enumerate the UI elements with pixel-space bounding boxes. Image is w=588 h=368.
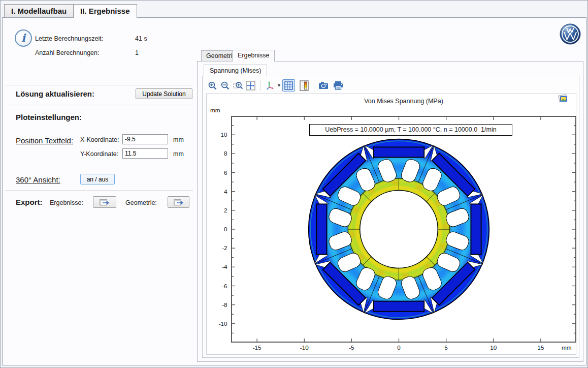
export-results-button[interactable] [93, 196, 116, 208]
x-tick-label: 15 [537, 344, 544, 351]
toolbar-separator [260, 80, 260, 90]
divider [5, 190, 193, 191]
grid-icon[interactable] [282, 79, 295, 91]
y-tick-label: 8 [224, 150, 227, 157]
x-tick-label: 10 [490, 344, 497, 351]
zoom-out-icon[interactable] [219, 79, 232, 91]
toolbar-separator [314, 80, 314, 90]
update-section-label: Lösung aktualisieren: [16, 89, 94, 98]
printer-icon[interactable] [332, 79, 345, 91]
x-coordinate-input[interactable] [122, 134, 168, 144]
last-computation-label: Letzte Berechnungszeit: [35, 35, 103, 42]
y-tick-label: -8 [222, 301, 227, 308]
magnet-group [469, 195, 483, 264]
color-legend-icon[interactable] [298, 79, 311, 91]
snapshot-icon[interactable] [558, 94, 569, 104]
info-icon: i [15, 29, 32, 47]
plot-title: Von Mises Spannung (MPa) [232, 98, 576, 105]
plot-axes: -15-10-5051015-10-8-6-4-20246810mmmm [232, 116, 576, 342]
vw-logo [560, 23, 581, 45]
magnet-group [365, 299, 433, 313]
x-tick-label: -15 [253, 344, 262, 351]
magnet [471, 204, 481, 254]
y-coordinate-label: Y-Koordinate: [80, 150, 118, 158]
plot-annotation: UebPress = 10.0000 µm, T = 100.000 °C, n… [309, 124, 512, 136]
zoom-in-icon[interactable] [206, 79, 219, 91]
plot-tab-spannung-mises[interactable]: Spannung (Mises) [204, 65, 267, 76]
tab-modellaufbau[interactable]: I. Modellaufbau [4, 4, 74, 17]
y-tick-label: -4 [222, 263, 227, 270]
y-tick-label: -10 [219, 320, 227, 327]
x-unit-label: mm [173, 136, 184, 143]
y-tick-label: -6 [222, 283, 227, 289]
position-textfeld-link[interactable]: Position Textfeld: [16, 136, 73, 145]
magnet [374, 147, 424, 157]
rotor-cross-section [309, 139, 489, 320]
computation-count-value: 1 [135, 49, 139, 56]
magnet-group [315, 195, 329, 264]
y-tick-label: 0 [224, 226, 227, 232]
axis-orientation-icon[interactable] [264, 79, 276, 91]
y-coordinate-input[interactable] [122, 148, 168, 159]
y-tick-label: 2 [224, 207, 227, 213]
last-computation-value: 41 s [135, 35, 147, 42]
divider [5, 85, 193, 85]
tab-ergebnisse[interactable]: II. Ergebnisse [73, 4, 137, 18]
x-coordinate-label: X-Koordinate: [80, 136, 119, 143]
shaft-bore [360, 190, 438, 268]
x-tick-label: -5 [349, 344, 354, 351]
plot-settings-label: Ploteinstellungen: [16, 113, 82, 121]
y-tick-label: 10 [221, 131, 228, 138]
export-icon [174, 199, 184, 206]
axis-orientation-dropdown-caret[interactable]: ▼ [277, 83, 281, 88]
plot-toolbar: ▼ [206, 78, 572, 93]
magnet [374, 301, 424, 312]
export-label: Export: [16, 198, 43, 206]
update-solution-button[interactable]: Update Solution [136, 88, 192, 99]
zoom-box-icon[interactable] [232, 79, 244, 91]
app-window: I. Modellaufbau II. Ergebnisse i Letzte … [0, 0, 588, 368]
camera-icon[interactable] [317, 79, 330, 91]
y-tick-label: 6 [224, 169, 227, 176]
x-tick-label: -10 [300, 344, 309, 351]
export-icon [100, 199, 110, 206]
view-360-link[interactable]: 360° Ansicht: [16, 175, 60, 184]
export-geometry-label: Geometrie: [125, 199, 157, 206]
zoom-extents-icon[interactable] [244, 79, 257, 91]
viewer-tab-ergebnisse[interactable]: Ergebnisse [233, 50, 275, 62]
magnet-group [365, 145, 433, 159]
export-geometry-button[interactable] [168, 196, 189, 208]
x-tick-label: 0 [397, 344, 401, 351]
computation-count-label: Anzahl Berechnungen: [35, 49, 99, 56]
view-toggle-button[interactable]: an / aus [80, 174, 115, 185]
y-axis-unit: mm [210, 107, 220, 113]
x-axis-unit: mm [562, 344, 572, 351]
y-unit-label: mm [173, 150, 184, 158]
y-tick-label: 4 [224, 188, 227, 195]
magnet [316, 204, 326, 254]
divider [5, 105, 193, 105]
y-tick-label: -2 [222, 244, 227, 251]
export-results-label: Ergebnisse: [50, 199, 83, 206]
x-tick-label: 5 [444, 344, 448, 351]
